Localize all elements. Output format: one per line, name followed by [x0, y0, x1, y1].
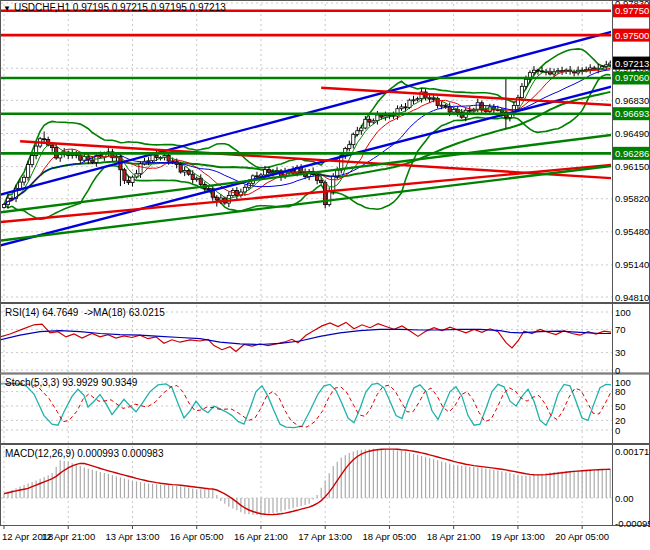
- stoch-axis-label: 80: [615, 386, 626, 397]
- macd-axis-label: 0.001718: [615, 446, 650, 457]
- time-axis-label[interactable]: 18 Apr 21:00: [427, 531, 481, 542]
- price-axis-label: 0.96830: [615, 95, 649, 106]
- macd-axis-label: 0.00: [615, 493, 634, 504]
- price-axis-label: 0.95480: [615, 226, 649, 237]
- time-axis-label[interactable]: 17 Apr 13:00: [298, 531, 352, 542]
- symbol-period-label: USDCHF,H1: [14, 2, 70, 13]
- time-axis-label[interactable]: 20 Apr 05:00: [555, 531, 609, 542]
- price-axis-label: 0.95140: [615, 259, 649, 270]
- time-axis-label[interactable]: 12 Apr 21:00: [41, 531, 95, 542]
- macd-axis-label: -0.000952: [615, 518, 650, 529]
- stoch-axis-label: 0: [615, 425, 620, 436]
- time-axis-label[interactable]: 16 Apr 05:00: [170, 531, 224, 542]
- trading-chart-window[interactable]: ▼USDCHF,H1 0.97195 0.97215 0.97195 0.972…: [0, 0, 650, 550]
- price-badge-label: 0.97750: [615, 5, 649, 16]
- price-badge-label: 0.96286: [615, 148, 649, 159]
- price-badge-label: 0.97213: [615, 58, 649, 69]
- macd-indicator-label: MACD(12,26,9) 0.000993 0.000983: [5, 448, 163, 459]
- chart-title: ▼USDCHF,H1 0.97195 0.97215 0.97195 0.972…: [3, 2, 226, 13]
- price-axis-label: 0.96490: [615, 128, 649, 139]
- stoch-indicator-label: Stoch(5,3,3) 93.9929 90.9349: [5, 377, 137, 388]
- rsi-axis-label: 30: [615, 347, 626, 358]
- price-axis-label: 0.94810: [615, 292, 649, 303]
- rsi-axis-label: 0: [615, 365, 620, 376]
- chart-expand-arrow-icon[interactable]: ▼: [3, 4, 11, 13]
- time-axis-label[interactable]: 18 Apr 05:00: [362, 531, 416, 542]
- rsi-indicator-label: RSI(14) 64.7649 ->MA(18) 63.0215: [5, 307, 165, 318]
- chart-canvas[interactable]: 0.978300.971600.968300.964900.961500.958…: [0, 0, 650, 550]
- stoch-axis-label: 50: [615, 401, 626, 412]
- ohlc-quotes-label: 0.97195 0.97215 0.97195 0.97213: [73, 2, 226, 13]
- rsi-axis-label: 100: [615, 307, 631, 318]
- time-axis-label[interactable]: 16 Apr 21:00: [234, 531, 288, 542]
- rsi-axis-label: 70: [615, 324, 626, 335]
- price-axis-label: 0.95820: [615, 193, 649, 204]
- price-badge-label: 0.97500: [615, 30, 649, 41]
- price-badge-label: 0.96693: [615, 108, 649, 119]
- time-axis-label[interactable]: 13 Apr 13:00: [106, 531, 160, 542]
- time-axis-label[interactable]: 19 Apr 13:00: [491, 531, 545, 542]
- price-badge-label: 0.97060: [615, 72, 649, 83]
- price-axis-label: 0.96150: [615, 161, 649, 172]
